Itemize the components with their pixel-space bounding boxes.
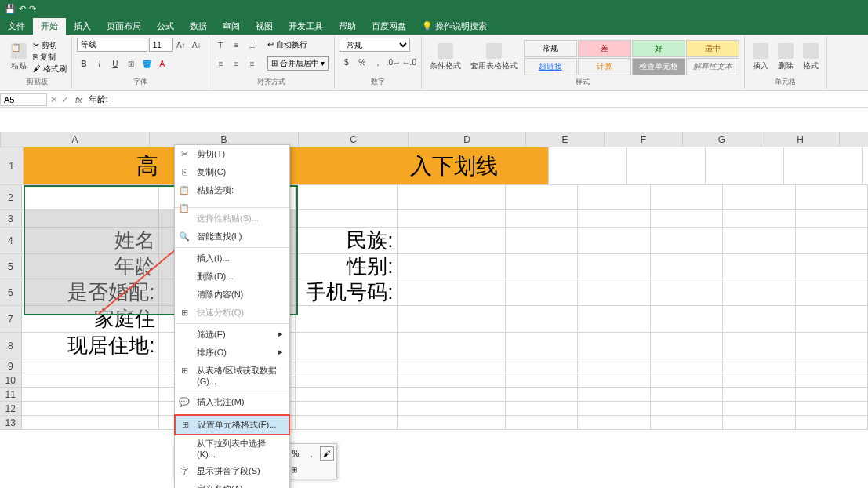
cell-G12[interactable]: [651, 402, 723, 415]
cell-H4[interactable]: [723, 228, 795, 253]
cell-G2[interactable]: [651, 185, 723, 209]
cell-C11[interactable]: [296, 388, 397, 401]
cell-C4[interactable]: 民族:: [296, 228, 397, 253]
cell-D5[interactable]: [398, 254, 506, 279]
cell-H5[interactable]: [723, 254, 795, 279]
cell-E3[interactable]: [506, 210, 578, 227]
row-header-4[interactable]: 4: [0, 228, 22, 253]
cell-G10[interactable]: [651, 373, 723, 387]
cell-C7[interactable]: [296, 306, 397, 332]
cell-C3[interactable]: [296, 210, 397, 227]
cell-F8[interactable]: [578, 333, 650, 359]
cell-D3[interactable]: [398, 210, 506, 227]
cell-E6[interactable]: [506, 279, 578, 305]
col-header-H[interactable]: H: [761, 132, 840, 147]
col-header-G[interactable]: G: [683, 132, 761, 147]
cell-A12[interactable]: [22, 402, 159, 415]
tab-tell[interactable]: 💡 操作说明搜索: [414, 18, 495, 35]
col-header-A[interactable]: A: [1, 132, 150, 147]
row-header-3[interactable]: 3: [0, 210, 22, 227]
context-menu-item-5[interactable]: 🔍智能查找(L): [175, 228, 289, 246]
context-menu-item-12[interactable]: ⊞从表格/区域获取数据(G)...: [175, 362, 289, 389]
fx-icon[interactable]: fx: [72, 95, 85, 104]
cell-F12[interactable]: [578, 402, 650, 415]
context-menu-item-14[interactable]: ⊞设置单元格格式(F)...: [174, 414, 290, 430]
context-menu-item-2[interactable]: 📋粘贴选项:: [175, 181, 289, 199]
cell-A3[interactable]: [22, 210, 159, 227]
cell-I6[interactable]: [796, 279, 868, 305]
table-format-button[interactable]: 套用表格格式: [467, 42, 521, 73]
cell-H12[interactable]: [723, 402, 795, 415]
paste-button[interactable]: 📋 粘贴: [8, 42, 30, 73]
tab-home[interactable]: 开始: [33, 18, 66, 35]
col-header-E[interactable]: E: [526, 132, 605, 147]
tab-data[interactable]: 数据: [182, 18, 215, 35]
cell-A8[interactable]: 现居住地:: [22, 333, 159, 359]
cell-C2[interactable]: [296, 185, 397, 209]
cell-F5[interactable]: [578, 254, 650, 279]
row-header-6[interactable]: 6: [0, 279, 22, 305]
redo-icon[interactable]: ↷: [29, 4, 36, 14]
cell-D9[interactable]: [398, 359, 506, 373]
tab-formulas[interactable]: 公式: [149, 18, 182, 35]
cell-H7[interactable]: [723, 306, 795, 332]
cell-I8[interactable]: [796, 333, 868, 359]
cell-F6[interactable]: [578, 279, 650, 305]
cell-H9[interactable]: [723, 359, 795, 373]
context-menu-item-6[interactable]: 插入(I)...: [175, 249, 289, 268]
cell-G5[interactable]: [651, 254, 723, 279]
cell-E5[interactable]: [506, 254, 578, 279]
row-header-7[interactable]: 7: [0, 306, 22, 332]
style-bad[interactable]: 差: [578, 40, 631, 57]
format-cells-button[interactable]: 格式: [800, 42, 822, 73]
cell-E10[interactable]: [506, 373, 578, 387]
cell-H2[interactable]: [723, 185, 795, 209]
cell-G13[interactable]: [651, 416, 723, 429]
cell-H11[interactable]: [723, 388, 795, 401]
font-size-select[interactable]: [149, 38, 173, 52]
align-top-icon[interactable]: ⊤: [214, 38, 228, 52]
tab-insert[interactable]: 插入: [66, 18, 99, 35]
style-check[interactable]: 检查单元格: [632, 58, 685, 75]
cell-D10[interactable]: [398, 373, 506, 387]
font-name-select[interactable]: [77, 38, 147, 52]
cancel-icon[interactable]: ✕: [50, 94, 58, 105]
style-explain[interactable]: 解释性文本: [686, 58, 739, 75]
cell-G8[interactable]: [651, 333, 723, 359]
cell-D12[interactable]: [398, 402, 506, 415]
context-menu-item-7[interactable]: 删除(D)...: [175, 268, 289, 286]
cell-E12[interactable]: [506, 402, 578, 415]
cell-G7[interactable]: [651, 306, 723, 332]
underline-button[interactable]: U: [108, 56, 122, 71]
cell-C9[interactable]: [296, 359, 397, 373]
cell-I10[interactable]: [796, 373, 868, 387]
merge-button[interactable]: ⊞ 合并后居中 ▾: [267, 56, 329, 71]
name-box[interactable]: [0, 93, 47, 106]
cell-A7[interactable]: 家庭住: [22, 306, 159, 332]
copy-button[interactable]: ⎘ 复制: [33, 52, 67, 63]
cell-H1[interactable]: [706, 147, 784, 184]
currency-icon[interactable]: $: [340, 55, 354, 69]
row-header-5[interactable]: 5: [0, 254, 22, 279]
cell-H13[interactable]: [723, 416, 795, 429]
cell-A13[interactable]: [22, 416, 159, 429]
cell-D7[interactable]: [398, 306, 506, 332]
cell-C12[interactable]: [296, 402, 397, 415]
increase-decimal-icon[interactable]: .0→: [387, 55, 401, 69]
cell-E11[interactable]: [506, 388, 578, 401]
tab-pagelayout[interactable]: 页面布局: [99, 18, 149, 35]
cell-F9[interactable]: [578, 359, 650, 373]
col-header-F[interactable]: F: [605, 132, 683, 147]
wrap-button[interactable]: ↩ 自动换行: [267, 39, 307, 50]
align-bottom-icon[interactable]: ⊥: [245, 38, 260, 52]
fill-color-button[interactable]: 🪣: [140, 56, 154, 71]
cell-I4[interactable]: [796, 228, 868, 253]
cell-E2[interactable]: [506, 185, 578, 209]
cell-E13[interactable]: [506, 416, 578, 429]
row-header-12[interactable]: 12: [0, 402, 22, 415]
cell-F10[interactable]: [578, 373, 650, 387]
style-normal[interactable]: 常规: [524, 40, 577, 57]
row-header-1[interactable]: 1: [0, 147, 24, 184]
cell-A9[interactable]: [22, 359, 159, 373]
cell-C6[interactable]: 手机号码:: [296, 279, 397, 305]
